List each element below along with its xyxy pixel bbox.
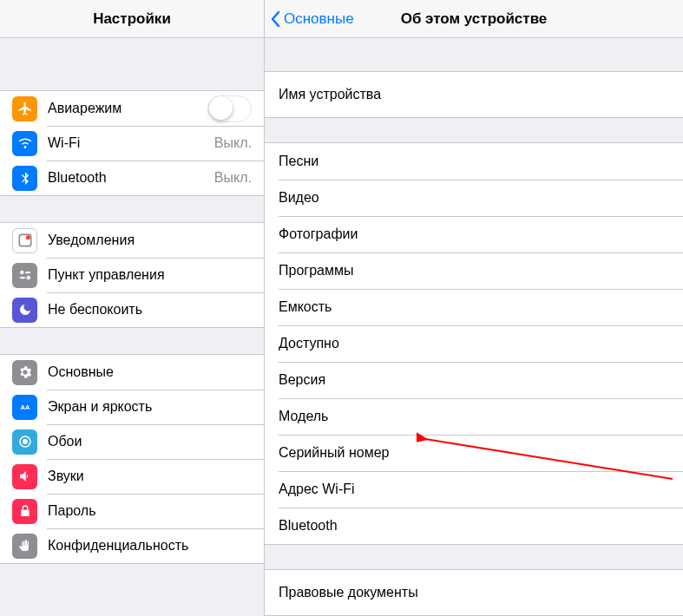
sidebar-item-label: Авиарежим bbox=[48, 101, 207, 116]
svg-rect-5 bbox=[20, 277, 25, 279]
row-available[interactable]: Доступно bbox=[265, 325, 683, 362]
row-btaddr[interactable]: Bluetooth bbox=[265, 508, 683, 544]
sidebar-item-label: Обои bbox=[48, 434, 252, 449]
sidebar-item-label: Wi-Fi bbox=[48, 135, 214, 151]
sidebar-item-wallpaper[interactable]: Обои bbox=[0, 424, 264, 459]
airplane-toggle[interactable] bbox=[207, 95, 252, 122]
row-version[interactable]: Версия bbox=[265, 362, 683, 398]
row-apps[interactable]: Программы bbox=[265, 252, 683, 289]
gear-icon bbox=[12, 360, 37, 385]
row-label: Адрес Wi-Fi bbox=[279, 482, 355, 497]
sidebar-item-dnd[interactable]: Не беспокоить bbox=[0, 292, 264, 327]
back-label: Основные bbox=[284, 10, 354, 28]
svg-rect-3 bbox=[25, 272, 30, 273]
detail-pane: Основные Об этом устройстве Имя устройст… bbox=[265, 0, 683, 616]
sidebar-item-wifi[interactable]: Wi-Fi Выкл. bbox=[0, 126, 264, 161]
sidebar-item-privacy[interactable]: Конфиденциальность bbox=[0, 528, 264, 563]
sidebar-item-label: Пароль bbox=[48, 503, 252, 519]
svg-point-4 bbox=[26, 276, 30, 280]
row-videos[interactable]: Видео bbox=[265, 180, 683, 216]
row-label: Bluetooth bbox=[279, 518, 338, 534]
sidebar-item-bluetooth[interactable]: Bluetooth Выкл. bbox=[0, 161, 264, 195]
display-icon: AA bbox=[12, 395, 37, 420]
sidebar-group-alerts: Уведомления Пункт управления Не беспокои… bbox=[0, 222, 264, 328]
speaker-icon bbox=[12, 464, 37, 489]
notifications-icon bbox=[12, 228, 37, 253]
hand-icon bbox=[12, 534, 37, 559]
row-label: Видео bbox=[279, 190, 319, 206]
sidebar-group-connectivity: Авиарежим Wi-Fi Выкл. Bluetooth Выкл. bbox=[0, 90, 264, 196]
svg-text:AA: AA bbox=[20, 403, 30, 411]
settings-sidebar: Настройки Авиарежим Wi-Fi Выкл. bbox=[0, 0, 265, 616]
sidebar-item-label: Звуки bbox=[48, 469, 252, 484]
row-model[interactable]: Модель bbox=[265, 398, 683, 435]
svg-point-1 bbox=[25, 235, 30, 239]
svg-point-8 bbox=[23, 440, 27, 444]
row-label: Доступно bbox=[279, 336, 339, 351]
row-label: Серийный номер bbox=[279, 445, 389, 461]
sidebar-item-label: Конфиденциальность bbox=[48, 538, 252, 554]
row-label: Песни bbox=[279, 154, 319, 169]
detail-group-legal: Правовые документы bbox=[265, 569, 683, 616]
chevron-left-icon bbox=[270, 10, 280, 28]
back-button[interactable]: Основные bbox=[270, 0, 354, 37]
row-label: Имя устройства bbox=[279, 87, 381, 102]
row-label: Емкость bbox=[279, 299, 332, 315]
row-label: Фотографии bbox=[279, 226, 358, 242]
wallpaper-icon bbox=[12, 429, 37, 455]
row-photos[interactable]: Фотографии bbox=[265, 216, 683, 252]
row-serial[interactable]: Серийный номер bbox=[265, 435, 683, 471]
svg-point-2 bbox=[20, 271, 24, 275]
row-devicename[interactable]: Имя устройства bbox=[265, 72, 683, 117]
row-wifiaddr[interactable]: Адрес Wi-Fi bbox=[265, 471, 683, 508]
row-capacity[interactable]: Емкость bbox=[265, 289, 683, 325]
sidebar-item-passcode[interactable]: Пароль bbox=[0, 494, 264, 528]
sidebar-item-controlcenter[interactable]: Пункт управления bbox=[0, 258, 264, 292]
sidebar-item-display[interactable]: AA Экран и яркость bbox=[0, 390, 264, 424]
airplane-icon bbox=[12, 96, 37, 121]
sidebar-item-label: Основные bbox=[48, 364, 252, 380]
sidebar-title: Настройки bbox=[0, 0, 264, 38]
moon-icon bbox=[12, 298, 37, 323]
sidebar-item-airplane[interactable]: Авиарежим bbox=[0, 91, 264, 126]
sidebar-item-value: Выкл. bbox=[214, 170, 252, 186]
sidebar-item-label: Bluetooth bbox=[48, 170, 214, 186]
row-label: Программы bbox=[279, 263, 353, 279]
sidebar-item-label: Пункт управления bbox=[48, 267, 252, 283]
control-center-icon bbox=[12, 263, 37, 288]
row-label: Правовые документы bbox=[279, 585, 418, 600]
row-label: Модель bbox=[279, 409, 328, 424]
sidebar-item-value: Выкл. bbox=[214, 135, 252, 151]
wifi-icon bbox=[12, 131, 37, 156]
sidebar-item-label: Экран и яркость bbox=[48, 399, 252, 415]
sidebar-item-label: Не беспокоить bbox=[48, 302, 252, 318]
detail-header: Основные Об этом устройстве bbox=[265, 0, 683, 38]
detail-title: Об этом устройстве bbox=[401, 10, 548, 28]
row-label: Версия bbox=[279, 372, 325, 388]
detail-group-name: Имя устройства bbox=[265, 71, 683, 118]
row-legal[interactable]: Правовые документы bbox=[265, 570, 683, 615]
detail-group-about: Песни Видео Фотографии Программы Емкость… bbox=[265, 142, 683, 545]
lock-icon bbox=[12, 499, 37, 524]
sidebar-item-notifications[interactable]: Уведомления bbox=[0, 223, 264, 258]
sidebar-group-device: Основные AA Экран и яркость Обои Звуки bbox=[0, 354, 264, 564]
row-songs[interactable]: Песни bbox=[265, 143, 683, 180]
sidebar-item-sounds[interactable]: Звуки bbox=[0, 459, 264, 494]
sidebar-item-general[interactable]: Основные bbox=[0, 355, 264, 390]
sidebar-item-label: Уведомления bbox=[48, 233, 252, 248]
bluetooth-icon bbox=[12, 166, 37, 191]
